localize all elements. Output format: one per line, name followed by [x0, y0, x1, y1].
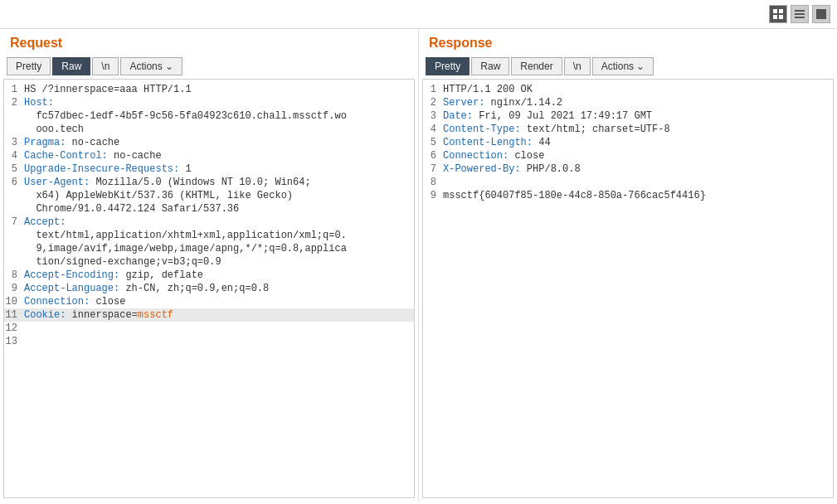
- tab-raw[interactable]: Raw: [471, 57, 509, 75]
- line-content: Pragma: no-cache: [24, 136, 414, 149]
- line-content: HS /?innerspace=aaa HTTP/1.1: [24, 83, 414, 96]
- tab-pretty[interactable]: Pretty: [7, 57, 51, 75]
- line-number: 8: [423, 176, 443, 189]
- table-row: 2 Server: nginx/1.14.2: [423, 96, 833, 109]
- view-icon-compact[interactable]: [812, 5, 830, 23]
- line-number: 3: [4, 136, 24, 149]
- table-row: x64) AppleWebKit/537.36 (KHTML, like Gec…: [4, 189, 414, 202]
- top-bar: [0, 0, 837, 29]
- line-number: 9: [4, 282, 24, 295]
- tab-actions[interactable]: Actions ⌄: [592, 57, 655, 75]
- line-content: 9,image/avif,image/webp,image/apng,*/*;q…: [24, 242, 414, 255]
- line-content: Accept-Encoding: gzip, deflate: [24, 269, 414, 282]
- line-content: ooo.tech: [24, 123, 414, 136]
- table-row: 11 Cookie: innerspace=mssctf: [4, 308, 414, 322]
- line-number: 13: [4, 335, 24, 348]
- line-content: Cookie: innerspace=mssctf: [24, 308, 414, 322]
- line-number: [4, 202, 24, 216]
- table-row: tion/signed-exchange;v=b3;q=0.9: [4, 255, 414, 269]
- line-number: 6: [4, 176, 24, 189]
- request-panel: Request Pretty Raw \n Actions ⌄ 1 HS /?i…: [0, 29, 419, 502]
- svg-rect-3: [779, 15, 783, 19]
- line-number: 5: [4, 162, 24, 176]
- line-content: Content-Type: text/html; charset=UTF-8: [443, 123, 833, 136]
- table-row: 6 User-Agent: Mozilla/5.0 (Windows NT 10…: [4, 176, 414, 189]
- line-content: Cache-Control: no-cache: [24, 149, 414, 162]
- table-row: 9 Accept-Language: zh-CN, zh;q=0.9,en;q=…: [4, 282, 414, 295]
- table-row: 1 HS /?innerspace=aaa HTTP/1.1: [4, 83, 414, 96]
- table-row: 12: [4, 322, 414, 335]
- line-content: [24, 335, 414, 348]
- line-number: 5: [423, 136, 443, 149]
- table-row: text/html,application/xhtml+xml,applicat…: [4, 229, 414, 242]
- table-row: 3 Date: Fri, 09 Jul 2021 17:49:17 GMT: [423, 109, 833, 123]
- table-row: 10 Connection: close: [4, 295, 414, 308]
- svg-rect-7: [816, 9, 826, 19]
- line-number: [4, 229, 24, 242]
- line-number: [4, 242, 24, 255]
- line-content: mssctf{60407f85-180e-44c8-850a-766cac5f4…: [443, 189, 833, 202]
- line-content: [443, 176, 833, 189]
- svg-rect-0: [773, 9, 777, 13]
- line-number: 2: [423, 96, 443, 109]
- response-panel: Response Pretty Raw Render \n Actions ⌄ …: [419, 29, 837, 502]
- line-content: [24, 322, 414, 335]
- line-number: 11: [4, 308, 24, 322]
- table-row: 13: [4, 335, 414, 348]
- table-row: 6 Connection: close: [423, 149, 833, 162]
- table-row: 8: [423, 176, 833, 189]
- tab-pretty[interactable]: Pretty: [426, 57, 470, 75]
- table-row: 9,image/avif,image/webp,image/apng,*/*;q…: [4, 242, 414, 255]
- line-content: Date: Fri, 09 Jul 2021 17:49:17 GMT: [443, 109, 833, 123]
- line-number: [4, 255, 24, 269]
- line-content: Chrome/91.0.4472.124 Safari/537.36: [24, 202, 414, 216]
- tab-render[interactable]: Render: [511, 57, 562, 75]
- table-row: 5 Content-Length: 44: [423, 136, 833, 149]
- line-number: 6: [423, 149, 443, 162]
- line-number: 7: [423, 162, 443, 176]
- table-row: 2 Host:: [4, 96, 414, 109]
- request-title: Request: [0, 29, 418, 54]
- line-number: 3: [423, 109, 443, 123]
- response-title: Response: [419, 29, 837, 54]
- table-row: 4 Cache-Control: no-cache: [4, 149, 414, 162]
- svg-rect-2: [773, 15, 777, 19]
- line-content: text/html,application/xhtml+xml,applicat…: [24, 229, 414, 242]
- line-content: User-Agent: Mozilla/5.0 (Windows NT 10.0…: [24, 176, 414, 189]
- view-icons: [769, 5, 830, 23]
- line-content: tion/signed-exchange;v=b3;q=0.9: [24, 255, 414, 269]
- line-number: 4: [4, 149, 24, 162]
- line-number: 1: [4, 83, 24, 96]
- view-icon-list[interactable]: [791, 5, 809, 23]
- tab-actions[interactable]: Actions ⌄: [120, 57, 182, 75]
- table-row: 8 Accept-Encoding: gzip, deflate: [4, 269, 414, 282]
- response-toolbar: Pretty Raw Render \n Actions ⌄: [419, 54, 837, 79]
- line-content: X-Powered-By: PHP/8.0.8: [443, 162, 833, 176]
- line-content: HTTP/1.1 200 OK: [443, 83, 833, 96]
- svg-rect-4: [795, 10, 805, 12]
- line-number: [4, 189, 24, 202]
- line-number: 2: [4, 96, 24, 109]
- line-number: [4, 123, 24, 136]
- table-row: 7 Accept:: [4, 216, 414, 229]
- view-icon-grid[interactable]: [769, 5, 787, 23]
- request-toolbar: Pretty Raw \n Actions ⌄: [0, 54, 418, 79]
- tab-newline[interactable]: \n: [92, 57, 119, 75]
- response-content: 1 HTTP/1.1 200 OK 2 Server: nginx/1.14.2…: [422, 79, 834, 498]
- line-number: 10: [4, 295, 24, 308]
- table-row: 4 Content-Type: text/html; charset=UTF-8: [423, 123, 833, 136]
- line-content: x64) AppleWebKit/537.36 (KHTML, like Gec…: [24, 189, 414, 202]
- line-content: Upgrade-Insecure-Requests: 1: [24, 162, 414, 176]
- line-number: 1: [423, 83, 443, 96]
- tab-newline[interactable]: \n: [564, 57, 591, 75]
- line-number: 4: [423, 123, 443, 136]
- line-content: Accept:: [24, 216, 414, 229]
- line-number: 12: [4, 322, 24, 335]
- line-content: Content-Length: 44: [443, 136, 833, 149]
- svg-rect-6: [795, 17, 805, 18]
- tab-raw[interactable]: Raw: [52, 57, 90, 75]
- table-row: 9 mssctf{60407f85-180e-44c8-850a-766cac5…: [423, 189, 833, 202]
- line-number: 8: [4, 269, 24, 282]
- svg-rect-5: [795, 13, 805, 15]
- line-content: Connection: close: [24, 295, 414, 308]
